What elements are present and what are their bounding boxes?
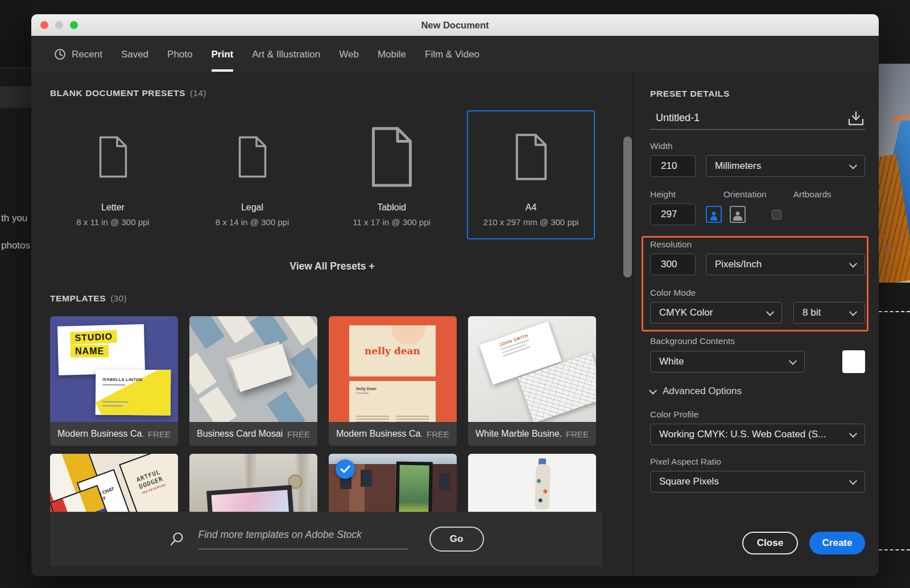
preset-tile-legal[interactable]: Legal 8 x 14 in @ 300 ppi	[188, 110, 316, 239]
background-contents-label: Background Contents	[650, 336, 865, 346]
art-text: nelly dean	[365, 345, 420, 357]
art-text: Nelly Dean	[356, 387, 429, 391]
preset-tile-letter[interactable]: Letter 8 x 11 in @ 300 ppi	[49, 110, 177, 239]
resolution-input[interactable]: 300	[650, 254, 696, 275]
selected-check-badge[interactable]	[336, 459, 355, 479]
card-shape	[216, 316, 254, 343]
go-button[interactable]: Go	[429, 527, 484, 552]
create-button[interactable]: Create	[809, 532, 865, 554]
preset-tile-tabloid[interactable]: Tabloid 11 x 17 in @ 300 ppi	[328, 110, 456, 239]
color-profile-label: Color Profile	[650, 409, 865, 420]
card-shape	[289, 347, 317, 389]
tab-photo[interactable]: Photo	[167, 36, 192, 73]
preset-tile-a4-selected[interactable]: A4 210 x 297 mm @ 300 ppi	[467, 110, 595, 239]
tab-print[interactable]: Print	[212, 36, 234, 73]
pixel-aspect-ratio-label: Pixel Aspect Ratio	[650, 457, 865, 467]
tab-film-video[interactable]: Film & Video	[425, 36, 479, 73]
landscape-person-icon	[733, 216, 742, 221]
template-caption: Modern Business Ca... FREE	[329, 422, 457, 446]
section-title: BLANK DOCUMENT PRESETS	[50, 88, 185, 98]
template-caption: Business Card Mosai... FREE	[189, 422, 317, 446]
color-mode-row: CMYK Color 8 bit	[650, 302, 865, 324]
free-badge: FREE	[148, 429, 171, 439]
chevron-down-icon	[849, 430, 857, 438]
preset-grid: Letter 8 x 11 in @ 300 ppi Legal 8 x 14 …	[49, 110, 595, 239]
vertical-scrollbar-thumb[interactable]	[623, 136, 632, 278]
business-card-art: ISABELLA LINTON	[96, 369, 171, 415]
orientation-landscape-button[interactable]	[730, 206, 746, 223]
free-badge: FREE	[287, 429, 310, 439]
width-input[interactable]: 210	[650, 155, 696, 177]
units-dropdown[interactable]: Millimeters	[706, 155, 865, 177]
resolution-units-dropdown[interactable]: Pixels/Inch	[706, 254, 865, 275]
art-lines	[356, 414, 429, 422]
tab-mobile[interactable]: Mobile	[378, 36, 406, 73]
template-card-modern-business[interactable]: STUDIO NAME ISABELLA LINTON Modern Busi	[50, 316, 178, 446]
bit-depth-dropdown[interactable]: 8 bit	[793, 302, 865, 324]
chevron-down-icon	[766, 308, 774, 316]
tab-label: Print	[212, 49, 234, 60]
art-text: ISABELLA LINTON	[102, 378, 142, 382]
color-profile-row: Working CMYK: U.S. Web Coated (S...	[650, 424, 865, 445]
digital-sign: Retail Shop Sign	[206, 485, 296, 512]
artboards-checkbox[interactable]	[772, 210, 781, 220]
dialog-titlebar[interactable]: New Document	[31, 14, 879, 36]
artboards-label: Artboards	[793, 189, 832, 200]
template-card-artful-dodger[interactable]: LET'S CHAT TODAY ARTFUL DODGER JOE PETER…	[50, 454, 178, 512]
poster	[399, 465, 429, 512]
color-mode-dropdown[interactable]: CMYK Color	[650, 302, 782, 324]
dropdown-value: Millimeters	[715, 160, 761, 172]
document-icon	[50, 111, 176, 202]
preset-dimensions: 8 x 11 in @ 300 ppi	[76, 217, 149, 227]
template-card-retail-shop-sign[interactable]: Retail Shop Sign	[189, 454, 317, 512]
height-input[interactable]: 297	[650, 204, 696, 225]
business-card-art: nelly dean	[349, 325, 436, 376]
orientation-portrait-button[interactable]	[706, 206, 722, 223]
height-row: 297	[650, 204, 865, 225]
templates-header: TEMPLATES(30)	[50, 293, 127, 304]
template-card-white-marble[interactable]: JOHN SMITH White Marble Busine... FREE	[468, 316, 596, 446]
dialog-title: New Document	[31, 20, 879, 31]
template-card-mosaic[interactable]: Business Card Mosai... FREE	[189, 316, 317, 446]
background-selected-row	[0, 86, 31, 108]
color-profile-dropdown[interactable]: Working CMYK: U.S. Web Coated (S...	[650, 424, 865, 445]
save-preset-icon[interactable]	[847, 110, 865, 126]
pixel-aspect-ratio-row: Square Pixels	[650, 471, 865, 492]
chevron-down-icon	[849, 260, 857, 268]
dropdown-value: CMYK Color	[659, 307, 713, 318]
tab-label: Film & Video	[425, 49, 479, 60]
portrait-person-icon	[710, 216, 717, 221]
card-shape	[189, 353, 217, 395]
filename-row: Untitled-1	[650, 107, 865, 130]
background-contents-dropdown[interactable]: White	[650, 351, 805, 372]
search-input[interactable]: Find more templates on Adobe Stock	[198, 529, 408, 549]
section-title: TEMPLATES	[50, 293, 106, 303]
tab-art-illustration[interactable]: Art & Illustration	[252, 36, 320, 73]
preset-name: Legal	[241, 202, 263, 213]
section-count: (30)	[110, 293, 127, 303]
section-count: (14)	[190, 88, 206, 98]
tab-web[interactable]: Web	[339, 36, 359, 73]
search-field[interactable]: Find more templates on Adobe Stock	[169, 529, 408, 549]
card-stack	[230, 344, 292, 392]
background-color-swatch[interactable]	[842, 350, 865, 373]
chevron-down-icon	[649, 387, 657, 395]
advanced-options-label: Advanced Options	[663, 386, 742, 397]
tab-recent[interactable]: Recent	[54, 36, 102, 73]
template-card-bottle[interactable]	[468, 454, 596, 512]
tab-saved[interactable]: Saved	[121, 36, 148, 73]
template-card-city-signage[interactable]	[329, 454, 457, 512]
art-text: STUDIO	[70, 330, 117, 345]
background-text-fragment: photos	[1, 240, 31, 251]
tab-label: Recent	[72, 49, 102, 60]
background-text-fragment: th you	[1, 213, 31, 224]
template-grid-row2: LET'S CHAT TODAY ARTFUL DODGER JOE PETER…	[50, 454, 596, 512]
pixel-aspect-ratio-dropdown[interactable]: Square Pixels	[650, 471, 865, 492]
dropdown-value: Working CMYK: U.S. Web Coated (S...	[659, 429, 826, 440]
filename-input[interactable]: Untitled-1	[650, 112, 847, 124]
view-all-presets-link[interactable]: View All Presets +	[31, 260, 633, 272]
advanced-options-toggle[interactable]: Advanced Options	[650, 386, 865, 397]
resolution-row: 300 Pixels/Inch	[650, 254, 865, 275]
template-card-nelly-dean[interactable]: nelly dean Nelly Dean Founder Moder	[329, 316, 457, 446]
close-button[interactable]: Close	[742, 532, 798, 554]
